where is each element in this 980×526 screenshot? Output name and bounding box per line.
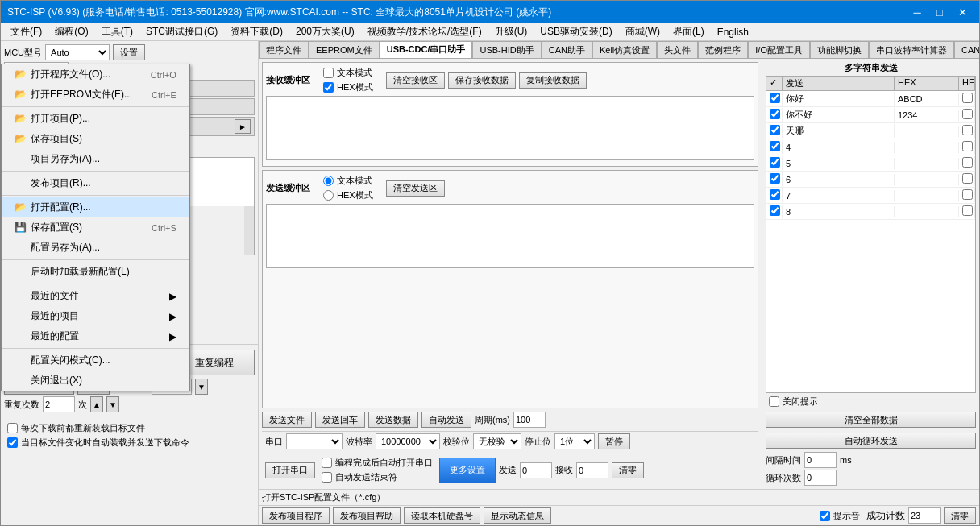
menu-save-project[interactable]: 📂保存项目(S) (2, 129, 189, 149)
menu-download[interactable]: 资料下载(D) (224, 23, 289, 40)
ms-input-7[interactable] (898, 207, 955, 217)
recv-text-mode-check[interactable] (323, 68, 334, 78)
tab-can-helper[interactable]: CAN助手 (542, 41, 592, 59)
save-recv-button[interactable]: 保存接收数据 (448, 72, 516, 89)
menu-exit[interactable]: 关闭退出(X) (2, 371, 189, 391)
auto-loop-button[interactable]: 自动循环发送 (766, 433, 976, 449)
success-count-input[interactable] (908, 507, 941, 524)
menu-recent-configs[interactable]: 最近的配置 (2, 326, 189, 346)
repeat-count-down-btn[interactable]: ▼ (106, 396, 119, 412)
close-tip-check[interactable] (769, 396, 779, 407)
ms-input-3[interactable] (898, 143, 955, 152)
stop-select[interactable]: 1位 (554, 433, 595, 449)
ms-hex-3[interactable] (962, 141, 973, 151)
auto-end-check[interactable] (322, 472, 332, 483)
ms-hex-5[interactable] (962, 173, 973, 184)
send-file-button[interactable]: 发送文件 (262, 412, 312, 428)
menu-shop[interactable]: 商城(W) (619, 23, 666, 40)
sound-check[interactable] (820, 511, 830, 521)
tab-usb-cdc[interactable]: USB-CDC/串口助手 (380, 41, 473, 59)
settings-button[interactable]: 设置 (113, 44, 145, 60)
menu-english[interactable]: English (711, 25, 755, 39)
tab-func-switch[interactable]: 功能脚切换 (810, 41, 869, 59)
ms-hex-0[interactable] (962, 93, 973, 103)
menu-open-project[interactable]: 📂打开项目(P)... (2, 109, 189, 129)
tab-io-config[interactable]: I/O配置工具 (748, 41, 810, 59)
ms-input-2[interactable] (898, 126, 955, 136)
count-clear-button[interactable]: 清零 (612, 462, 644, 478)
send-textarea[interactable] (266, 204, 754, 268)
tab-eeprom-file[interactable]: EEPROM文件 (309, 41, 380, 59)
ms-hex-2[interactable] (962, 125, 973, 135)
menu-usb-driver[interactable]: USB驱动安装(D) (534, 23, 618, 40)
read-disk-button[interactable]: 读取本机硬盘号 (404, 507, 480, 524)
menu-open-eeprom[interactable]: 📂打开EEPROM文件(E)... Ctrl+E (2, 85, 189, 105)
reload-check[interactable] (7, 423, 18, 433)
port-baud-select[interactable]: 10000000 (376, 433, 440, 449)
show-dynamic-button[interactable]: 显示动态信息 (484, 507, 551, 524)
menu-video[interactable]: 视频教学/技术论坛/选型(F) (361, 23, 488, 40)
ms-check-2[interactable] (770, 125, 780, 135)
menu-file[interactable]: 文件(F) (4, 23, 48, 40)
prog-complete-check[interactable] (322, 458, 332, 468)
pause-button[interactable]: 暂停 (598, 433, 630, 449)
clear-send-button[interactable]: 清空发送区 (386, 180, 445, 197)
menu-upgrade[interactable]: 升级(U) (488, 23, 534, 40)
ms-hex-4[interactable] (962, 157, 973, 168)
menu-lottery[interactable]: 200万大奖(U) (289, 23, 361, 40)
tab-can-more[interactable]: CAN ... (954, 41, 979, 59)
auto-send-button[interactable]: 自动发送 (421, 412, 471, 428)
send-hex-mode-radio[interactable] (323, 190, 334, 201)
prog-extra-btn[interactable]: ► (235, 119, 251, 134)
send-loop-button[interactable]: 发送回车 (315, 412, 365, 428)
pub-help-button[interactable]: 发布项目帮助 (333, 507, 401, 524)
menu-open-prog[interactable]: 📂打开程序文件(O)... Ctrl+O (2, 64, 189, 85)
menu-interface[interactable]: 界面(L) (666, 23, 711, 40)
copy-recv-button[interactable]: 复制接收数据 (519, 72, 587, 89)
send-data-button[interactable]: 发送数据 (368, 412, 418, 428)
minimize-button[interactable]: ─ (907, 4, 928, 20)
repeat-delay-down-btn[interactable]: ▼ (195, 379, 208, 395)
menu-open-config[interactable]: 📂打开配置(R)... (2, 197, 189, 217)
menu-tools[interactable]: 工具(T) (95, 23, 139, 40)
ms-input-0[interactable] (898, 94, 955, 104)
menu-project-saveas[interactable]: 项目另存为(A)... (2, 149, 189, 169)
ms-input-1[interactable] (898, 110, 955, 120)
tab-keil-sim[interactable]: Keil仿真设置 (592, 41, 657, 59)
ms-input-5[interactable] (898, 175, 955, 184)
scrollbar[interactable] (244, 206, 254, 255)
loop-count-input[interactable] (804, 470, 837, 486)
ms-check-0[interactable] (770, 93, 780, 103)
ms-check-1[interactable] (770, 109, 780, 119)
repeat-count-input[interactable] (43, 396, 75, 412)
mcu-dropdown[interactable]: Auto (45, 44, 110, 60)
open-port-button[interactable]: 打开串口 (265, 462, 315, 478)
menu-prog[interactable]: 编程(O) (48, 23, 94, 40)
ms-check-7[interactable] (770, 205, 780, 216)
menu-autoload-config[interactable]: 启动时加载最新配置(L) (2, 262, 189, 282)
more-settings-button[interactable]: 更多设置 (439, 458, 496, 483)
ms-hex-1[interactable] (962, 109, 973, 119)
pub-prog-button[interactable]: 发布项目程序 (262, 507, 330, 524)
tab-usb-hid[interactable]: USB-HID助手 (472, 41, 541, 59)
menu-config-saveas[interactable]: 配置另存为(A)... (2, 238, 189, 258)
ms-hex-6[interactable] (962, 189, 973, 200)
clear-recv-button[interactable]: 清空接收区 (386, 72, 445, 89)
send-text-mode-radio[interactable] (323, 176, 334, 186)
menu-publish-project[interactable]: 发布项目(R)... (2, 173, 189, 193)
ms-check-5[interactable] (770, 173, 780, 184)
menu-recent-projects[interactable]: 最近的项目 (2, 306, 189, 326)
check-select[interactable]: 无校验 (473, 433, 521, 449)
send-count-input[interactable] (520, 462, 552, 478)
tab-prog-file[interactable]: 程序文件 (259, 41, 309, 59)
receive-textarea[interactable] (266, 96, 754, 160)
recv-hex-mode-check[interactable] (323, 82, 334, 93)
recv-count-input[interactable] (576, 462, 608, 478)
ms-hex-7[interactable] (962, 205, 973, 216)
menu-config-close[interactable]: 配置关闭模式(C)... (2, 350, 189, 371)
ms-check-3[interactable] (770, 141, 780, 151)
ms-input-4[interactable] (898, 159, 955, 168)
menu-recent-files[interactable]: 最近的文件 (2, 286, 189, 306)
tab-header[interactable]: 头文件 (657, 41, 698, 59)
repeat-count-up-btn[interactable]: ▲ (90, 396, 103, 412)
